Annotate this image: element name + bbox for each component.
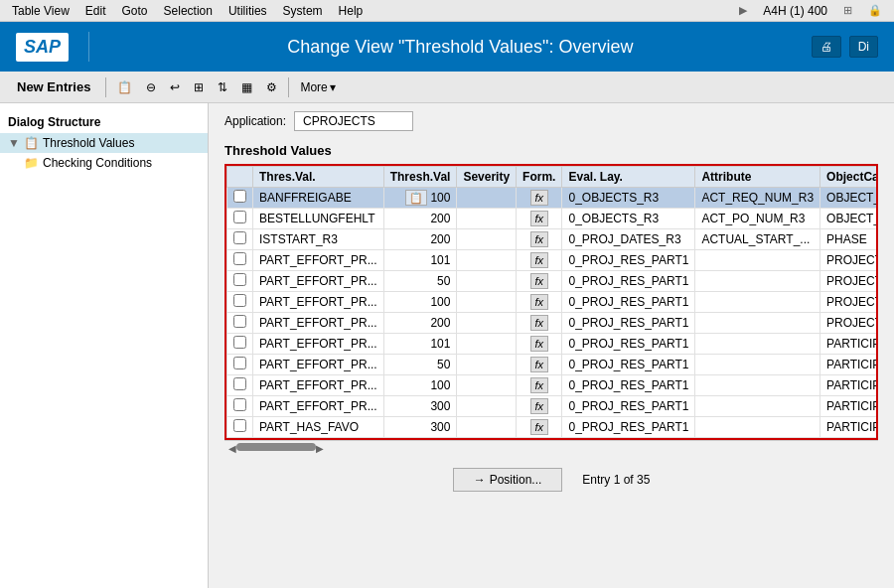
row-checkbox[interactable]	[227, 292, 253, 313]
table-row[interactable]: BANFFREIGABE📋 100fx0_OBJECTS_R3ACT_REQ_N…	[227, 188, 879, 209]
table-row[interactable]: PART_EFFORT_PR...50fx0_PROJ_RES_PART1PAR…	[227, 355, 879, 375]
sort-button[interactable]: ⇅	[213, 74, 232, 100]
row-form[interactable]: fx	[517, 188, 562, 209]
new-entries-button[interactable]: New Entries	[8, 74, 99, 100]
row-form[interactable]: fx	[517, 209, 562, 229]
col-header-objcat[interactable]: ObjectCat.	[820, 167, 878, 188]
row-checkbox[interactable]	[227, 313, 253, 334]
row-checkbox[interactable]	[227, 209, 253, 229]
scroll-right-icon[interactable]: ▶	[316, 443, 324, 454]
menu-edit[interactable]: Edit	[77, 2, 114, 20]
row-form[interactable]: fx	[517, 250, 562, 271]
row-checkbox[interactable]	[227, 417, 253, 438]
delete-icon: ⊖	[146, 80, 156, 94]
checkbox-input[interactable]	[233, 231, 246, 244]
checkbox-input[interactable]	[233, 419, 246, 432]
delete-button[interactable]: ⊖	[141, 74, 161, 100]
table-row[interactable]: ISTSTART_R3200fx0_PROJ_DATES_R3ACTUAL_ST…	[227, 229, 879, 250]
sidebar: Dialog Structure ▼ 📋 Threshold Values 📁 …	[0, 103, 209, 588]
sidebar-item-checking-conditions[interactable]: 📁 Checking Conditions	[0, 153, 208, 173]
copy-cell-icon[interactable]: 📋	[405, 190, 427, 206]
fx-button[interactable]: fx	[530, 231, 549, 247]
row-checkbox[interactable]	[227, 250, 253, 271]
checkbox-input[interactable]	[233, 377, 246, 390]
fx-button[interactable]: fx	[530, 377, 549, 393]
row-severity	[457, 292, 517, 313]
filter-button[interactable]: ▦	[236, 74, 257, 100]
row-form[interactable]: fx	[517, 271, 562, 292]
row-form[interactable]: fx	[517, 375, 562, 396]
table-row[interactable]: PART_EFFORT_PR...300fx0_PROJ_RES_PART1PA…	[227, 396, 879, 417]
row-form[interactable]: fx	[517, 229, 562, 250]
more-button[interactable]: More ▾	[295, 74, 340, 100]
menu-selection[interactable]: Selection	[156, 2, 221, 20]
checkbox-input[interactable]	[233, 190, 246, 203]
row-checkbox[interactable]	[227, 334, 253, 355]
table-row[interactable]: BESTELLUNGFEHLT200fx0_OBJECTS_R3ACT_PO_N…	[227, 209, 879, 229]
row-checkbox[interactable]	[227, 271, 253, 292]
settings-button[interactable]: ⚙	[261, 74, 282, 100]
position-button[interactable]: → Position...	[453, 468, 563, 492]
col-header-thresh[interactable]: Thresh.Val	[383, 167, 457, 188]
checkbox-input[interactable]	[233, 336, 246, 349]
menu-utilities[interactable]: Utilities	[221, 2, 275, 20]
col-header-severity[interactable]: Severity	[457, 167, 517, 188]
row-checkbox[interactable]	[227, 375, 253, 396]
print-button[interactable]: 🖨	[812, 36, 841, 58]
checkbox-input[interactable]	[233, 252, 246, 265]
menu-goto[interactable]: Goto	[114, 2, 156, 20]
menu-table-view[interactable]: Table View	[4, 2, 77, 20]
checkbox-input[interactable]	[233, 211, 246, 223]
row-checkbox[interactable]	[227, 355, 253, 375]
di-button[interactable]: Di	[849, 36, 878, 58]
fx-button[interactable]: fx	[530, 273, 549, 289]
checkbox-input[interactable]	[233, 315, 246, 328]
fx-button[interactable]: fx	[530, 190, 549, 206]
undo-button[interactable]: ↩	[165, 74, 185, 100]
row-checkbox[interactable]	[227, 396, 253, 417]
checkbox-input[interactable]	[233, 294, 246, 307]
table-row[interactable]: PART_EFFORT_PR...100fx0_PROJ_RES_PART1PR…	[227, 292, 879, 313]
fx-button[interactable]: fx	[530, 211, 549, 226]
sidebar-item-threshold-values[interactable]: ▼ 📋 Threshold Values	[0, 133, 208, 153]
col-header-thresval[interactable]: Thres.Val.	[253, 167, 384, 188]
row-form[interactable]: fx	[517, 334, 562, 355]
checkbox-input[interactable]	[233, 273, 246, 286]
scroll-left-icon[interactable]: ◀	[228, 443, 236, 454]
fx-button[interactable]: fx	[530, 315, 549, 331]
copy-button[interactable]: 📋	[112, 74, 137, 100]
table-row[interactable]: PART_HAS_FAVO300fx0_PROJ_RES_PART1PARTIC…	[227, 417, 879, 438]
row-attr	[695, 271, 820, 292]
fx-button[interactable]: fx	[530, 357, 549, 372]
row-checkbox[interactable]	[227, 229, 253, 250]
fx-button[interactable]: fx	[530, 398, 549, 414]
row-form[interactable]: fx	[517, 292, 562, 313]
col-header-evallay[interactable]: Eval. Lay.	[562, 167, 695, 188]
row-checkbox[interactable]	[227, 188, 253, 209]
table-row[interactable]: PART_EFFORT_PR...200fx0_PROJ_RES_PART1PR…	[227, 313, 879, 334]
row-severity	[457, 271, 517, 292]
col-header-form[interactable]: Form.	[517, 167, 562, 188]
menu-system[interactable]: System	[275, 2, 331, 20]
table-row[interactable]: PART_EFFORT_PR...100fx0_PROJ_RES_PART1PA…	[227, 375, 879, 396]
table-row[interactable]: PART_EFFORT_PR...101fx0_PROJ_RES_PART1PR…	[227, 250, 879, 271]
checkbox-input[interactable]	[233, 357, 246, 369]
row-severity	[457, 209, 517, 229]
fx-button[interactable]: fx	[530, 336, 549, 352]
application-row: Application: CPROJECTS	[224, 111, 878, 131]
row-form[interactable]: fx	[517, 396, 562, 417]
menu-help[interactable]: Help	[331, 2, 372, 20]
table-row[interactable]: PART_EFFORT_PR...50fx0_PROJ_RES_PART1PRO…	[227, 271, 879, 292]
fx-button[interactable]: fx	[530, 252, 549, 268]
fx-button[interactable]: fx	[530, 294, 549, 310]
col-header-attr[interactable]: Attribute	[695, 167, 820, 188]
horizontal-scrollbar[interactable]	[236, 443, 316, 451]
row-form[interactable]: fx	[517, 417, 562, 438]
row-form[interactable]: fx	[517, 355, 562, 375]
fx-button[interactable]: fx	[530, 419, 549, 435]
table-row[interactable]: PART_EFFORT_PR...101fx0_PROJ_RES_PART1PA…	[227, 334, 879, 355]
row-form[interactable]: fx	[517, 313, 562, 334]
move-button[interactable]: ⊞	[189, 74, 209, 100]
checkbox-input[interactable]	[233, 398, 246, 411]
row-thresh: 300	[383, 396, 457, 417]
